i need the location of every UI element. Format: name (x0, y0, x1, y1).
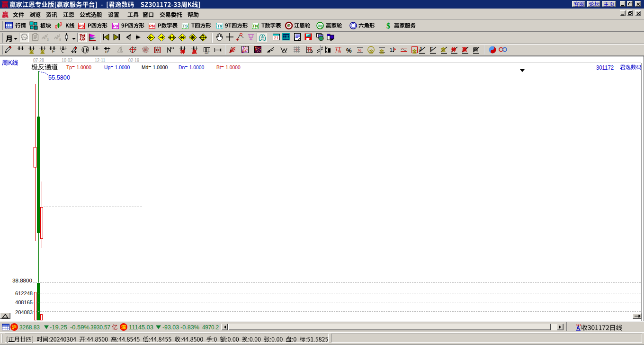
svg-text:P9: P9 (113, 24, 118, 28)
svg-text:1: 1 (390, 47, 393, 53)
svg-text:Big: Big (318, 24, 322, 28)
svg-text:%: % (346, 47, 352, 54)
svg-text:%: % (338, 50, 340, 53)
svg-text:21: 21 (274, 36, 278, 40)
svg-text:%: % (358, 48, 361, 53)
svg-text:PS: PS (79, 24, 84, 28)
svg-text:123: 123 (205, 51, 209, 54)
svg-text:F: F (52, 49, 55, 54)
svg-text:$: $ (386, 22, 390, 30)
svg-text:TN: TN (252, 24, 258, 28)
svg-text:PN: PN (149, 24, 155, 28)
svg-text:9: 9 (59, 38, 61, 41)
svg-text:3: 3 (47, 38, 49, 41)
svg-text:T9: T9 (217, 24, 223, 28)
svg-text:n²: n² (105, 49, 109, 54)
svg-text:J: J (419, 46, 422, 52)
svg-text:F: F (430, 46, 433, 52)
svg-text:TS: TS (182, 24, 188, 28)
